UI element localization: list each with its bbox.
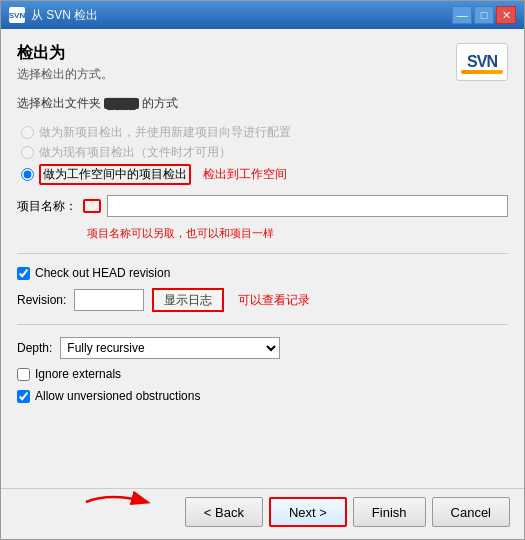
radio-label-3: 做为工作空间中的项目检出 [39,164,191,185]
page-subtitle: 选择检出的方式。 [17,66,113,83]
depth-row: Depth: Fully recursive Immediate childre… [17,337,508,359]
radio-label-2: 做为现有项目检出（文件时才可用） [39,144,231,161]
dialog-content: 检出为 选择检出的方式。 SVN 选择检出文件夹 ████ 的方式 做为新项目检… [1,29,524,488]
ignore-externals-label: Ignore externals [35,367,121,381]
project-name-label: 项目名称： [17,198,77,215]
arrow-annotation [81,487,161,517]
divider-1 [17,253,508,254]
checkout-head-row: Check out HEAD revision [17,266,508,280]
back-button[interactable]: < Back [185,497,263,527]
radio-label-1: 做为新项目检出，并使用新建项目向导进行配置 [39,124,291,141]
cancel-button[interactable]: Cancel [432,497,510,527]
log-annotation: 可以查看记录 [238,292,310,309]
radio-input-3[interactable] [21,168,34,181]
window-title: 从 SVN 检出 [31,7,452,24]
page-title: 检出为 [17,43,113,64]
window-controls: — □ ✕ [452,6,516,24]
radio-option-3-row: 做为工作空间中的项目检出 检出到工作空间 [21,164,508,185]
arrow-svg [81,487,161,517]
titlebar: SVN 从 SVN 检出 — □ ✕ [1,1,524,29]
close-button[interactable]: ✕ [496,6,516,24]
project-name-hint-row: 项目名称可以另取，也可以和项目一样 [87,225,508,241]
project-name-icon [83,199,101,213]
radio-option-3[interactable]: 做为工作空间中的项目检出 [21,164,191,185]
head-revision-checkbox[interactable] [17,267,30,280]
main-window: SVN 从 SVN 检出 — □ ✕ 检出为 选择检出的方式。 SVN 选择检出… [0,0,525,540]
show-log-button[interactable]: 显示日志 [152,288,224,312]
header-section: 检出为 选择检出的方式。 SVN [17,43,508,83]
radio-input-2[interactable] [21,146,34,159]
radio-option-2[interactable]: 做为现有项目检出（文件时才可用） [21,144,508,161]
svn-logo-underline [461,70,503,74]
depth-label: Depth: [17,341,52,355]
finish-button[interactable]: Finish [353,497,426,527]
dialog-footer: < Back Next > Finish Cancel [1,488,524,539]
radio-group: 做为新项目检出，并使用新建项目向导进行配置 做为现有项目检出（文件时才可用） 做… [17,124,508,185]
minimize-button[interactable]: — [452,6,472,24]
project-name-row: 项目名称： [17,195,508,217]
svn-logo-text: SVN [467,53,497,71]
radio-input-1[interactable] [21,126,34,139]
depth-select[interactable]: Fully recursive Immediate children Only … [60,337,280,359]
project-name-hint: 项目名称可以另取，也可以和项目一样 [87,227,274,239]
checkout-annotation: 检出到工作空间 [203,166,287,183]
next-button[interactable]: Next > [269,497,347,527]
project-name-input[interactable] [107,195,508,217]
window-icon: SVN [9,7,25,23]
radio-option-1[interactable]: 做为新项目检出，并使用新建项目向导进行配置 [21,124,508,141]
revision-row: Revision: 显示日志 可以查看记录 [17,288,508,312]
folder-section-label: 选择检出文件夹 ████ 的方式 [17,95,508,112]
head-revision-label: Check out HEAD revision [35,266,170,280]
divider-2 [17,324,508,325]
revision-label: Revision: [17,293,66,307]
svn-logo: SVN [456,43,508,81]
header-left: 检出为 选择检出的方式。 [17,43,113,83]
revision-input[interactable] [74,289,144,311]
allow-unversioned-checkbox[interactable] [17,390,30,403]
allow-unversioned-row: Allow unversioned obstructions [17,389,508,403]
allow-unversioned-label: Allow unversioned obstructions [35,389,200,403]
ignore-externals-row: Ignore externals [17,367,508,381]
maximize-button[interactable]: □ [474,6,494,24]
ignore-externals-checkbox[interactable] [17,368,30,381]
